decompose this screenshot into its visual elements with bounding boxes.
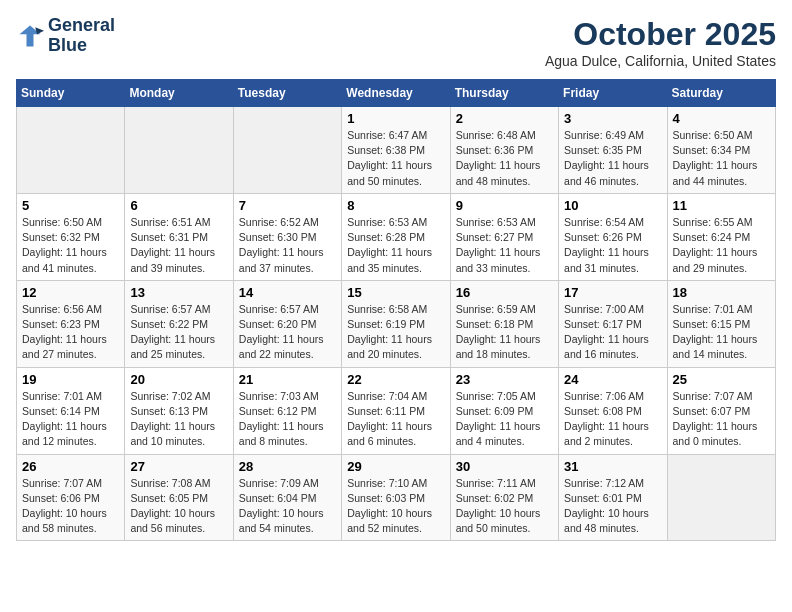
calendar-cell: 5Sunrise: 6:50 AM Sunset: 6:32 PM Daylig…: [17, 193, 125, 280]
calendar-cell: 17Sunrise: 7:00 AM Sunset: 6:17 PM Dayli…: [559, 280, 667, 367]
day-info: Sunrise: 6:58 AM Sunset: 6:19 PM Dayligh…: [347, 302, 444, 363]
day-info: Sunrise: 7:01 AM Sunset: 6:15 PM Dayligh…: [673, 302, 770, 363]
day-number: 10: [564, 198, 661, 213]
day-number: 22: [347, 372, 444, 387]
calendar-cell: 15Sunrise: 6:58 AM Sunset: 6:19 PM Dayli…: [342, 280, 450, 367]
calendar-body: 1Sunrise: 6:47 AM Sunset: 6:38 PM Daylig…: [17, 107, 776, 541]
day-number: 7: [239, 198, 336, 213]
weekday-header: Friday: [559, 80, 667, 107]
calendar-cell: 22Sunrise: 7:04 AM Sunset: 6:11 PM Dayli…: [342, 367, 450, 454]
day-info: Sunrise: 6:57 AM Sunset: 6:22 PM Dayligh…: [130, 302, 227, 363]
calendar-header-row: SundayMondayTuesdayWednesdayThursdayFrid…: [17, 80, 776, 107]
calendar-cell: 25Sunrise: 7:07 AM Sunset: 6:07 PM Dayli…: [667, 367, 775, 454]
day-info: Sunrise: 7:02 AM Sunset: 6:13 PM Dayligh…: [130, 389, 227, 450]
calendar-cell: 3Sunrise: 6:49 AM Sunset: 6:35 PM Daylig…: [559, 107, 667, 194]
calendar-cell: [667, 454, 775, 541]
day-info: Sunrise: 7:12 AM Sunset: 6:01 PM Dayligh…: [564, 476, 661, 537]
calendar-cell: 4Sunrise: 6:50 AM Sunset: 6:34 PM Daylig…: [667, 107, 775, 194]
day-number: 16: [456, 285, 553, 300]
day-info: Sunrise: 7:09 AM Sunset: 6:04 PM Dayligh…: [239, 476, 336, 537]
weekday-header: Wednesday: [342, 80, 450, 107]
day-number: 12: [22, 285, 119, 300]
calendar-cell: 2Sunrise: 6:48 AM Sunset: 6:36 PM Daylig…: [450, 107, 558, 194]
page-header: General Blue October 2025 Agua Dulce, Ca…: [16, 16, 776, 69]
day-info: Sunrise: 6:47 AM Sunset: 6:38 PM Dayligh…: [347, 128, 444, 189]
weekday-header: Thursday: [450, 80, 558, 107]
calendar-cell: [233, 107, 341, 194]
day-number: 17: [564, 285, 661, 300]
day-number: 18: [673, 285, 770, 300]
calendar-cell: 8Sunrise: 6:53 AM Sunset: 6:28 PM Daylig…: [342, 193, 450, 280]
calendar-week-row: 1Sunrise: 6:47 AM Sunset: 6:38 PM Daylig…: [17, 107, 776, 194]
calendar-cell: 28Sunrise: 7:09 AM Sunset: 6:04 PM Dayli…: [233, 454, 341, 541]
day-number: 4: [673, 111, 770, 126]
day-info: Sunrise: 7:07 AM Sunset: 6:06 PM Dayligh…: [22, 476, 119, 537]
day-info: Sunrise: 6:50 AM Sunset: 6:32 PM Dayligh…: [22, 215, 119, 276]
day-info: Sunrise: 6:54 AM Sunset: 6:26 PM Dayligh…: [564, 215, 661, 276]
calendar-cell: 26Sunrise: 7:07 AM Sunset: 6:06 PM Dayli…: [17, 454, 125, 541]
calendar-cell: [17, 107, 125, 194]
day-number: 8: [347, 198, 444, 213]
day-info: Sunrise: 6:53 AM Sunset: 6:27 PM Dayligh…: [456, 215, 553, 276]
calendar-cell: 21Sunrise: 7:03 AM Sunset: 6:12 PM Dayli…: [233, 367, 341, 454]
month-title: October 2025: [545, 16, 776, 53]
day-info: Sunrise: 7:10 AM Sunset: 6:03 PM Dayligh…: [347, 476, 444, 537]
day-info: Sunrise: 7:04 AM Sunset: 6:11 PM Dayligh…: [347, 389, 444, 450]
calendar-cell: 27Sunrise: 7:08 AM Sunset: 6:05 PM Dayli…: [125, 454, 233, 541]
day-info: Sunrise: 6:49 AM Sunset: 6:35 PM Dayligh…: [564, 128, 661, 189]
day-number: 21: [239, 372, 336, 387]
title-block: October 2025 Agua Dulce, California, Uni…: [545, 16, 776, 69]
day-number: 11: [673, 198, 770, 213]
location-text: Agua Dulce, California, United States: [545, 53, 776, 69]
calendar-cell: [125, 107, 233, 194]
weekday-header: Saturday: [667, 80, 775, 107]
day-number: 26: [22, 459, 119, 474]
calendar-cell: 16Sunrise: 6:59 AM Sunset: 6:18 PM Dayli…: [450, 280, 558, 367]
calendar-cell: 20Sunrise: 7:02 AM Sunset: 6:13 PM Dayli…: [125, 367, 233, 454]
calendar-cell: 30Sunrise: 7:11 AM Sunset: 6:02 PM Dayli…: [450, 454, 558, 541]
day-number: 27: [130, 459, 227, 474]
day-info: Sunrise: 7:01 AM Sunset: 6:14 PM Dayligh…: [22, 389, 119, 450]
weekday-header: Monday: [125, 80, 233, 107]
weekday-header: Tuesday: [233, 80, 341, 107]
day-info: Sunrise: 6:51 AM Sunset: 6:31 PM Dayligh…: [130, 215, 227, 276]
day-info: Sunrise: 7:06 AM Sunset: 6:08 PM Dayligh…: [564, 389, 661, 450]
day-number: 20: [130, 372, 227, 387]
day-number: 5: [22, 198, 119, 213]
day-number: 6: [130, 198, 227, 213]
day-number: 9: [456, 198, 553, 213]
day-info: Sunrise: 6:50 AM Sunset: 6:34 PM Dayligh…: [673, 128, 770, 189]
day-number: 28: [239, 459, 336, 474]
day-info: Sunrise: 6:57 AM Sunset: 6:20 PM Dayligh…: [239, 302, 336, 363]
day-number: 29: [347, 459, 444, 474]
day-number: 19: [22, 372, 119, 387]
calendar-week-row: 5Sunrise: 6:50 AM Sunset: 6:32 PM Daylig…: [17, 193, 776, 280]
calendar-cell: 18Sunrise: 7:01 AM Sunset: 6:15 PM Dayli…: [667, 280, 775, 367]
calendar-cell: 1Sunrise: 6:47 AM Sunset: 6:38 PM Daylig…: [342, 107, 450, 194]
calendar-cell: 12Sunrise: 6:56 AM Sunset: 6:23 PM Dayli…: [17, 280, 125, 367]
calendar-week-row: 19Sunrise: 7:01 AM Sunset: 6:14 PM Dayli…: [17, 367, 776, 454]
day-number: 15: [347, 285, 444, 300]
day-info: Sunrise: 6:52 AM Sunset: 6:30 PM Dayligh…: [239, 215, 336, 276]
calendar-cell: 9Sunrise: 6:53 AM Sunset: 6:27 PM Daylig…: [450, 193, 558, 280]
day-number: 25: [673, 372, 770, 387]
calendar-cell: 19Sunrise: 7:01 AM Sunset: 6:14 PM Dayli…: [17, 367, 125, 454]
day-info: Sunrise: 7:07 AM Sunset: 6:07 PM Dayligh…: [673, 389, 770, 450]
calendar-cell: 11Sunrise: 6:55 AM Sunset: 6:24 PM Dayli…: [667, 193, 775, 280]
day-number: 13: [130, 285, 227, 300]
day-info: Sunrise: 7:03 AM Sunset: 6:12 PM Dayligh…: [239, 389, 336, 450]
calendar-cell: 14Sunrise: 6:57 AM Sunset: 6:20 PM Dayli…: [233, 280, 341, 367]
day-number: 1: [347, 111, 444, 126]
calendar-cell: 29Sunrise: 7:10 AM Sunset: 6:03 PM Dayli…: [342, 454, 450, 541]
day-number: 23: [456, 372, 553, 387]
day-info: Sunrise: 6:56 AM Sunset: 6:23 PM Dayligh…: [22, 302, 119, 363]
day-number: 24: [564, 372, 661, 387]
logo-bird-icon: [16, 22, 44, 50]
calendar-cell: 10Sunrise: 6:54 AM Sunset: 6:26 PM Dayli…: [559, 193, 667, 280]
day-info: Sunrise: 6:48 AM Sunset: 6:36 PM Dayligh…: [456, 128, 553, 189]
day-number: 30: [456, 459, 553, 474]
day-info: Sunrise: 7:08 AM Sunset: 6:05 PM Dayligh…: [130, 476, 227, 537]
calendar-cell: 13Sunrise: 6:57 AM Sunset: 6:22 PM Dayli…: [125, 280, 233, 367]
day-number: 31: [564, 459, 661, 474]
day-info: Sunrise: 6:55 AM Sunset: 6:24 PM Dayligh…: [673, 215, 770, 276]
